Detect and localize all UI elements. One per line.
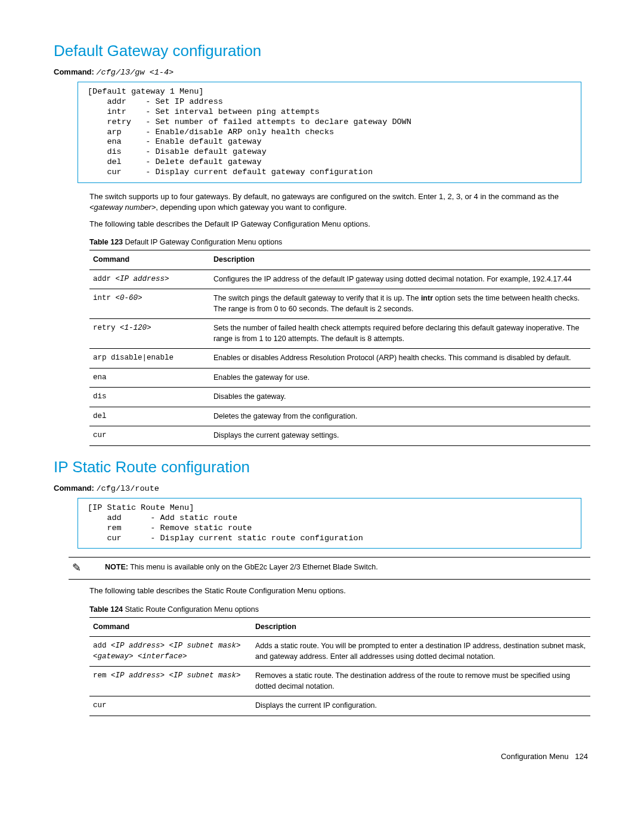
table-row: ena Enables the gateway for use. [89, 368, 590, 388]
body-paragraph: The following table describes the Static… [89, 586, 590, 596]
table-row: retry <1-120> Sets the number of failed … [89, 319, 590, 349]
table-row: cur Displays the current gateway setting… [89, 426, 590, 446]
note-text: NOTE: This menu is available only on the… [105, 562, 590, 573]
body-paragraph: The following table describes the Defaul… [89, 219, 590, 230]
section-heading: Default Gateway configuration [54, 42, 590, 60]
page-footer: Configuration Menu 124 [54, 752, 590, 761]
table-row: add <IP address> <IP subnet mask> <gatew… [89, 637, 590, 667]
body-paragraph: The switch supports up to four gateways.… [89, 191, 590, 213]
table-row: intr <0-60> The switch pings the default… [89, 289, 590, 319]
table-row: cur Displays the current IP configuratio… [89, 696, 590, 716]
command-value: /cfg/l3/gw <1-4> [97, 68, 174, 77]
table-row: dis Disables the gateway. [89, 388, 590, 407]
table-row: del Deletes the gateway from the configu… [89, 407, 590, 426]
col-command: Command [89, 250, 210, 270]
command-label: Command: [54, 67, 94, 76]
command-value: /cfg/l3/route [97, 484, 159, 493]
menu-output-box: [Default gateway 1 Menu] addr - Set IP a… [78, 82, 581, 183]
table-caption: Table 123 Default IP Gateway Configurati… [89, 238, 590, 246]
table-caption: Table 124 Static Route Configuration Men… [89, 605, 590, 614]
section-heading: IP Static Route configuration [54, 458, 590, 476]
options-table: Command Description add <IP address> <IP… [89, 617, 590, 716]
note-icon: ✎ [69, 561, 84, 574]
col-description: Description [252, 617, 590, 637]
table-row: addr <IP address> Configures the IP addr… [89, 270, 590, 289]
command-line: Command: /cfg/l3/gw <1-4> [54, 67, 590, 77]
menu-output-box: [IP Static Route Menu] add - Add static … [78, 498, 581, 549]
col-description: Description [210, 250, 590, 270]
command-label: Command: [54, 484, 94, 493]
table-row: rem <IP address> <IP subnet mask> Remove… [89, 667, 590, 696]
note-block: ✎ NOTE: This menu is available only on t… [69, 557, 590, 580]
col-command: Command [89, 617, 252, 637]
options-table: Command Description addr <IP address> Co… [89, 250, 590, 446]
table-row: arp disable|enable Enables or disables A… [89, 349, 590, 368]
command-line: Command: /cfg/l3/route [54, 484, 590, 493]
